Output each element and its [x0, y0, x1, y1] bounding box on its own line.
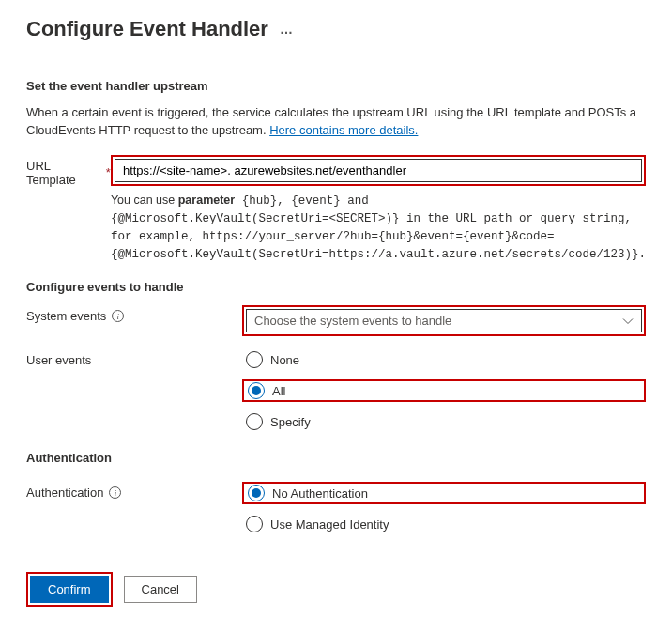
radio-icon	[248, 382, 265, 399]
radio-label: All	[272, 384, 285, 398]
system-events-label: System events i	[26, 305, 242, 323]
user-events-label: User events	[26, 349, 242, 367]
page-title: Configure Event Handler …	[26, 17, 646, 41]
system-events-highlight: Choose the system events to handle	[242, 305, 646, 336]
radio-label: None	[270, 353, 299, 367]
auth-radio-group: No Authentication Use Managed Identity	[242, 482, 646, 534]
info-icon[interactable]: i	[112, 310, 124, 322]
upstream-intro-link[interactable]: Here contains more details.	[269, 123, 418, 137]
section-auth-title: Authentication	[26, 451, 646, 465]
cancel-button[interactable]: Cancel	[124, 576, 197, 603]
radio-label: No Authentication	[272, 486, 368, 501]
info-icon[interactable]: i	[109, 486, 121, 499]
user-events-radio-group: None All Specify	[242, 349, 646, 432]
user-events-all[interactable]: All	[248, 382, 285, 399]
user-events-all-highlight: All	[242, 379, 646, 402]
user-events-specify[interactable]: Specify	[242, 411, 646, 432]
confirm-button[interactable]: Confirm	[30, 576, 109, 603]
url-template-help: You can use parameter {hub}, {event} and…	[111, 192, 646, 264]
chevron-down-icon	[622, 316, 634, 327]
auth-managed-identity[interactable]: Use Managed Identity	[242, 514, 646, 534]
radio-icon	[246, 516, 263, 532]
url-template-highlight	[111, 155, 646, 186]
url-template-label: URL Template *	[26, 155, 111, 187]
radio-icon	[248, 485, 265, 501]
more-icon[interactable]: …	[280, 22, 293, 37]
footer: Confirm Cancel	[26, 572, 646, 607]
radio-icon	[246, 351, 263, 368]
system-events-dropdown[interactable]: Choose the system events to handle	[246, 309, 642, 332]
page-title-text: Configure Event Handler	[26, 17, 268, 41]
section-events-title: Configure events to handle	[26, 280, 646, 294]
upstream-intro: When a certain event is triggered, the s…	[26, 104, 646, 140]
auth-none[interactable]: No Authentication	[248, 485, 368, 501]
radio-label: Use Managed Identity	[270, 517, 389, 532]
confirm-highlight: Confirm	[26, 572, 113, 607]
radio-label: Specify	[270, 415, 311, 429]
auth-none-highlight: No Authentication	[242, 482, 646, 504]
radio-icon	[246, 413, 263, 430]
auth-label: Authentication i	[26, 482, 242, 500]
system-events-placeholder: Choose the system events to handle	[254, 314, 451, 328]
url-template-input[interactable]	[115, 159, 642, 182]
user-events-none[interactable]: None	[242, 349, 646, 370]
section-upstream-title: Set the event handler upstream	[26, 79, 646, 93]
